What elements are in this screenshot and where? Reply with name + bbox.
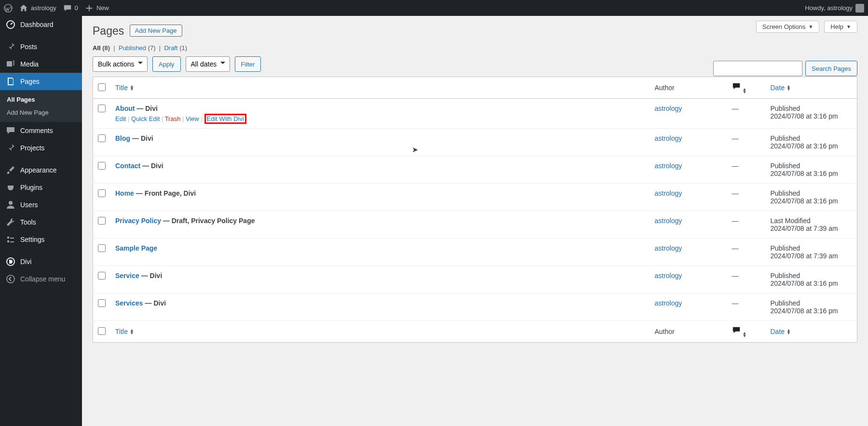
sidebar-item-dashboard[interactable]: Dashboard (0, 16, 82, 33)
sidebar-item-settings[interactable]: Settings (0, 231, 82, 248)
author-link[interactable]: astrology (655, 134, 682, 142)
dates-select[interactable]: All dates (186, 56, 230, 72)
bulk-actions-select[interactable]: Bulk actions (93, 56, 148, 72)
plus-icon (85, 4, 94, 13)
select-all-checkbox-bottom[interactable] (98, 327, 106, 335)
row-checkbox[interactable] (98, 299, 106, 307)
page-title-link[interactable]: Privacy Policy (115, 217, 161, 225)
date-label: 2024/07/08 at 3:16 pm (771, 170, 838, 177)
comments-link[interactable]: 0 (63, 4, 78, 13)
sidebar-submenu-pages: All Pages Add New Page (0, 90, 82, 122)
table-row: Home — Front Page, Divi astrology — Publ… (93, 184, 857, 211)
col-date[interactable]: Date▲▼ (771, 84, 791, 92)
date-label: 2024/07/08 at 3:16 pm (771, 112, 838, 120)
date-label: 2024/07/08 at 3:16 pm (771, 307, 838, 315)
page-title-link[interactable]: Services (115, 299, 143, 307)
mouse-cursor: ➤ (412, 145, 418, 154)
row-checkbox[interactable] (98, 217, 106, 225)
trash-link[interactable]: Trash (165, 115, 181, 122)
author-link[interactable]: astrology (655, 189, 682, 197)
row-checkbox[interactable] (98, 105, 106, 112)
comment-icon[interactable] (732, 84, 741, 92)
author-link[interactable]: astrology (655, 244, 682, 252)
sidebar-item-projects[interactable]: Projects (0, 139, 82, 157)
filter-all[interactable]: All (8) (93, 44, 110, 52)
view-link[interactable]: View (186, 115, 199, 122)
wrench-icon (6, 217, 15, 227)
pages-table: Title▲▼ Author ▲▼ Date▲▼ About — Divi Ed… (93, 77, 857, 343)
row-checkbox[interactable] (98, 189, 106, 197)
sidebar-item-comments[interactable]: Comments (0, 122, 82, 139)
author-link[interactable]: astrology (655, 105, 682, 112)
user-icon (6, 200, 15, 210)
comments-count: — (732, 105, 739, 112)
sidebar-item-pages[interactable]: Pages (0, 73, 82, 90)
page-title-link[interactable]: Home (115, 189, 134, 197)
site-link[interactable]: astrology (19, 4, 56, 13)
page-title-link[interactable]: Blog (115, 134, 130, 142)
table-row: Service — Divi astrology — Published2024… (93, 266, 857, 293)
screen-options-button[interactable]: Screen Options▼ (756, 21, 820, 33)
page-title-link[interactable]: Sample Page (115, 244, 157, 252)
sidebar-item-users[interactable]: Users (0, 196, 82, 213)
author-link[interactable]: astrology (655, 272, 682, 280)
page-title-link[interactable]: Service (115, 272, 139, 280)
edit-link[interactable]: Edit (115, 115, 126, 122)
page-title-link[interactable]: About (115, 105, 135, 112)
filter-button[interactable]: Filter (235, 56, 261, 72)
status-filters: All (8) | Published (7) | Draft (1) (93, 44, 857, 52)
col-title[interactable]: Title▲▼ (115, 328, 134, 335)
page-suffix: — Divi (139, 272, 162, 280)
sidebar-item-plugins[interactable]: Plugins (0, 179, 82, 196)
filter-draft[interactable]: Draft (1) (164, 44, 187, 52)
media-icon (6, 59, 15, 69)
help-button[interactable]: Help▼ (824, 21, 857, 33)
status-label: Published (771, 272, 800, 280)
sidebar-sub-add-new[interactable]: Add New Page (0, 106, 82, 119)
date-label: 2024/07/08 at 3:16 pm (771, 142, 838, 150)
edit-with-divi-link[interactable]: Edit With Divi (207, 115, 244, 122)
comment-icon[interactable] (732, 328, 741, 336)
status-label: Published (771, 134, 800, 142)
page-suffix: — Divi (143, 299, 166, 307)
row-checkbox[interactable] (98, 272, 106, 280)
col-author: Author (650, 321, 727, 343)
status-label: Published (771, 244, 800, 252)
date-label: 2024/07/08 at 3:16 pm (771, 197, 838, 205)
status-label: Published (771, 105, 800, 112)
comments-count: — (732, 299, 739, 307)
sidebar-item-divi[interactable]: Divi (0, 253, 82, 270)
sidebar-item-media[interactable]: Media (0, 55, 82, 73)
author-link[interactable]: astrology (655, 299, 682, 307)
sidebar-item-posts[interactable]: Posts (0, 38, 82, 55)
page-suffix: — Front Page, Divi (134, 189, 196, 197)
comments-count: — (732, 189, 739, 197)
col-title[interactable]: Title▲▼ (115, 84, 134, 92)
sidebar-item-appearance[interactable]: Appearance (0, 161, 82, 179)
comments-count: — (732, 134, 739, 142)
author-link[interactable]: astrology (655, 162, 682, 170)
status-label: Published (771, 299, 800, 307)
author-link[interactable]: astrology (655, 217, 682, 225)
row-checkbox[interactable] (98, 244, 106, 252)
row-checkbox[interactable] (98, 134, 106, 142)
apply-button[interactable]: Apply (152, 56, 181, 72)
select-all-checkbox[interactable] (98, 83, 106, 91)
howdy-link[interactable]: Howdy, astrology (805, 4, 864, 13)
row-checkbox[interactable] (98, 162, 106, 170)
page-title: Pages (93, 16, 124, 38)
search-input[interactable] (713, 61, 802, 76)
quick-edit-link[interactable]: Quick Edit (131, 115, 160, 122)
avatar (855, 4, 864, 13)
wp-logo[interactable] (4, 4, 13, 13)
add-new-page-button[interactable]: Add New Page (130, 25, 182, 37)
sidebar-sub-all-pages[interactable]: All Pages (0, 93, 82, 106)
filter-published[interactable]: Published (7) (119, 44, 156, 52)
col-date[interactable]: Date▲▼ (771, 328, 791, 335)
search-button[interactable]: Search Pages (805, 61, 857, 76)
page-title-link[interactable]: Contact (115, 162, 140, 170)
svg-point-2 (9, 201, 13, 205)
sidebar-item-tools[interactable]: Tools (0, 213, 82, 231)
new-link[interactable]: New (85, 4, 109, 13)
sidebar-item-collapse[interactable]: Collapse menu (0, 270, 82, 288)
